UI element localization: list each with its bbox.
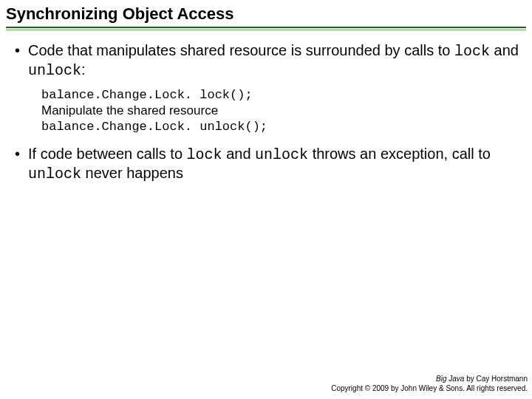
title-block: Synchronizing Object Access	[0, 0, 532, 31]
bullet2-code-unlock: unlock	[255, 146, 308, 163]
bullet1-code-unlock: unlock	[28, 62, 81, 79]
bullet2-mid: and	[222, 146, 255, 162]
bullet2-pre: If code between calls to	[28, 146, 187, 162]
code-block: balance.Change.Lock. lock(); Manipulate …	[41, 87, 519, 134]
footer-book-title: Big Java	[436, 375, 464, 383]
code-line-3: balance.Change.Lock. unlock();	[41, 119, 519, 134]
footer-copyright: Copyright © 2009 by John Wiley & Sons. A…	[331, 384, 528, 394]
bullet-item-2: If code between calls to lock and unlock…	[13, 145, 519, 183]
bullet2-code-unlock2: unlock	[28, 166, 81, 183]
bullet1-post: :	[81, 61, 86, 78]
bullet-list-2: If code between calls to lock and unlock…	[13, 145, 519, 183]
content-area: Code that manipulates shared resource is…	[0, 31, 532, 183]
footer: Big Java by Cay Horstmann Copyright © 20…	[331, 375, 528, 393]
title-rule-dark	[6, 27, 526, 28]
bullet-item-1: Code that manipulates shared resource is…	[13, 41, 519, 80]
bullet-list: Code that manipulates shared resource is…	[13, 41, 519, 80]
bullet2-post2: never happens	[81, 165, 183, 181]
code-line-1: balance.Change.Lock. lock();	[41, 87, 519, 103]
footer-author: by Cay Horstmann	[464, 375, 528, 383]
code-line-2: Manipulate the shared resource	[41, 103, 519, 118]
bullet2-code-lock: lock	[187, 146, 222, 163]
bullet1-pre: Code that manipulates shared resource is…	[28, 42, 454, 58]
page-title: Synchronizing Object Access	[6, 4, 526, 24]
footer-line-1: Big Java by Cay Horstmann	[331, 375, 528, 384]
bullet1-code-lock: lock	[454, 43, 490, 60]
bullet1-mid: and	[490, 42, 519, 58]
bullet2-post1: throws an exception, call to	[308, 146, 491, 162]
